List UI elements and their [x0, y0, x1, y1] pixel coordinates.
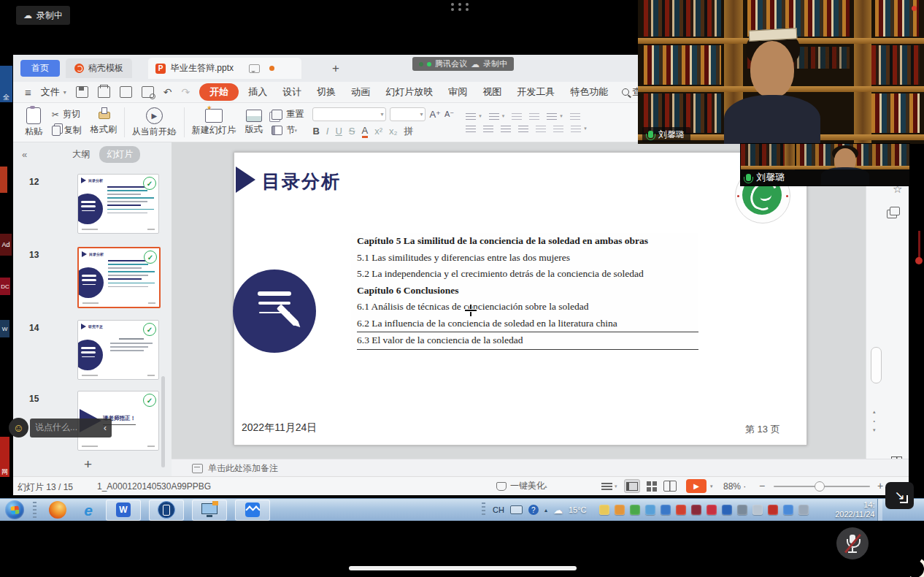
play-from-current-button[interactable]: ▶ 从当前开始 ▾: [128, 103, 181, 142]
underline-button[interactable]: U: [335, 126, 342, 137]
file-menu[interactable]: 文件: [41, 85, 60, 99]
meeting-toolbar-drag-handle[interactable]: [451, 3, 469, 11]
chat-input[interactable]: 说点什么... ‹: [30, 419, 112, 437]
annotation-exit-button[interactable]: ↘: [885, 482, 914, 509]
new-tab-button[interactable]: +: [332, 61, 339, 76]
font-color-button[interactable]: A: [362, 125, 369, 138]
align-left-icon[interactable]: [466, 125, 476, 133]
subscript-button[interactable]: x₂: [389, 126, 398, 137]
play-options-caret-icon[interactable]: ▾: [710, 484, 713, 489]
taskbar-clock[interactable]: 14: 2022/11/24: [823, 500, 874, 519]
pinyin-guide-button[interactable]: 拼▾: [404, 125, 412, 138]
superscript-button[interactable]: x²: [374, 126, 382, 137]
ribbon-tab-7[interactable]: 视图: [482, 85, 501, 99]
redo-icon[interactable]: ↷: [182, 86, 190, 98]
signal-bars-icon[interactable]: [798, 505, 809, 515]
italic-button[interactable]: I: [326, 126, 329, 137]
panel-scrollbar[interactable]: [161, 376, 165, 467]
bullet-list-icon[interactable]: [466, 112, 476, 121]
folder-yellow-icon[interactable]: [599, 505, 609, 515]
ribbon-tab-6[interactable]: 审阅: [448, 85, 467, 99]
participant-video-small[interactable]: 刘馨璐: [740, 143, 910, 186]
weather-temp[interactable]: 15°C: [569, 505, 587, 514]
ribbon-tab-4[interactable]: 动画: [351, 85, 370, 99]
help-icon[interactable]: ?: [528, 505, 539, 515]
add-slide-button[interactable]: +: [84, 456, 92, 473]
increase-font-icon[interactable]: A⁺: [429, 109, 441, 120]
chat-collapse-icon[interactable]: ‹: [104, 423, 107, 433]
font-name-select[interactable]: ▾: [312, 107, 386, 121]
ribbon-tab-9[interactable]: 特色功能: [570, 85, 608, 99]
vertical-scrollbar[interactable]: [871, 347, 882, 383]
print-icon[interactable]: [98, 86, 110, 98]
current-slide[interactable]: 目录分析 Capítulo 5 La similitud de la conci…: [234, 152, 807, 446]
paste-button[interactable]: 粘贴 ▾: [20, 103, 47, 142]
zoom-slider-knob[interactable]: [815, 481, 825, 492]
network-blue-icon[interactable]: [783, 505, 793, 515]
save-icon[interactable]: [76, 86, 88, 98]
one-key-beautify-button[interactable]: 一键美化 ▴: [496, 480, 547, 492]
meeting-status-pill[interactable]: 腾讯会议 ☁ 录制中: [412, 57, 514, 71]
reading-view-icon[interactable]: [663, 481, 677, 492]
cloud-blue-icon[interactable]: [645, 505, 655, 515]
decrease-indent-icon[interactable]: [512, 112, 522, 121]
shield-green-icon[interactable]: [630, 505, 640, 515]
align-right-icon[interactable]: [501, 125, 511, 133]
copy-button[interactable]: 复制: [52, 124, 82, 137]
collapse-panel-icon[interactable]: «: [22, 149, 27, 160]
hamburger-menu-icon[interactable]: ≡: [25, 86, 31, 99]
wps-taskbar-button[interactable]: W: [106, 500, 141, 521]
cut-button[interactable]: ✂ 剪切: [52, 108, 82, 121]
export-icon[interactable]: [120, 86, 132, 98]
slide-thumbnail-12[interactable]: ✓目录分析: [77, 174, 159, 234]
notes-view-icon[interactable]: [601, 482, 612, 491]
ribbon-tab-1[interactable]: 插入: [248, 85, 267, 99]
ribbon-tab-8[interactable]: 开发工具: [517, 85, 555, 99]
folder-upload-icon[interactable]: [661, 505, 671, 515]
section-button[interactable]: 节 ▾: [272, 124, 304, 137]
tab-home[interactable]: 首页: [20, 60, 60, 77]
tencent-meeting-button[interactable]: [235, 500, 270, 521]
slide-nav-buttons[interactable]: ▴•▾: [873, 409, 876, 433]
start-button[interactable]: [5, 500, 24, 519]
horn-red-icon[interactable]: [768, 505, 778, 515]
layout-button[interactable]: 版式 ▾: [241, 103, 268, 142]
clipboard-icon[interactable]: [737, 505, 747, 515]
reset-button[interactable]: 重置: [272, 108, 304, 121]
list-settings-icon[interactable]: [571, 125, 581, 133]
tab-document-active[interactable]: P 毕业生答辩.pptx: [148, 58, 301, 79]
line-spacing-icon[interactable]: [570, 112, 580, 121]
zoom-out-button[interactable]: −: [759, 480, 765, 492]
slide-sorter-icon[interactable]: [647, 481, 657, 492]
browser-ie-button[interactable]: e: [79, 500, 98, 519]
tab-template-store[interactable]: 稿壳模板: [66, 58, 132, 78]
keyboard-icon[interactable]: [510, 505, 523, 514]
slide-thumbnail-13[interactable]: ✓目录分析: [77, 247, 161, 308]
strikethrough-button[interactable]: S: [349, 126, 355, 137]
increase-indent-icon[interactable]: [529, 112, 539, 121]
format-painter-button[interactable]: 格式刷: [86, 103, 121, 142]
qq-penguin-icon[interactable]: [691, 505, 701, 515]
ribbon-tab-start-active[interactable]: 开始: [199, 83, 239, 101]
align-center-icon[interactable]: [483, 125, 493, 133]
folder-orange-icon[interactable]: [615, 505, 625, 515]
objects-panel-icon[interactable]: [890, 207, 900, 215]
new-slide-button[interactable]: 新建幻灯片 ▾: [188, 103, 241, 142]
tray-expand-icon[interactable]: ▴: [544, 507, 547, 513]
font-size-select[interactable]: ▾: [390, 107, 426, 121]
zoom-in-button[interactable]: +: [877, 480, 883, 492]
volume-icon[interactable]: [752, 505, 763, 515]
notes-strip[interactable]: 单击此处添加备注: [172, 459, 909, 477]
undo-icon[interactable]: ↶: [163, 86, 172, 98]
tab-slides-active[interactable]: 幻灯片: [99, 146, 140, 163]
participant-video-large[interactable]: 刘馨璐: [638, 0, 924, 144]
normal-view-icon-active[interactable]: [624, 479, 640, 493]
text-direction-icon[interactable]: [547, 112, 557, 121]
justify-icon[interactable]: [518, 125, 528, 133]
comment-bubble-icon[interactable]: [249, 64, 260, 73]
ribbon-tab-3[interactable]: 切换: [317, 85, 336, 99]
bluetooth-icon[interactable]: [722, 505, 732, 515]
mute-microphone-button[interactable]: [836, 527, 869, 559]
slideshow-play-button[interactable]: ▶: [686, 479, 707, 493]
decrease-font-icon[interactable]: A⁻: [444, 110, 454, 119]
